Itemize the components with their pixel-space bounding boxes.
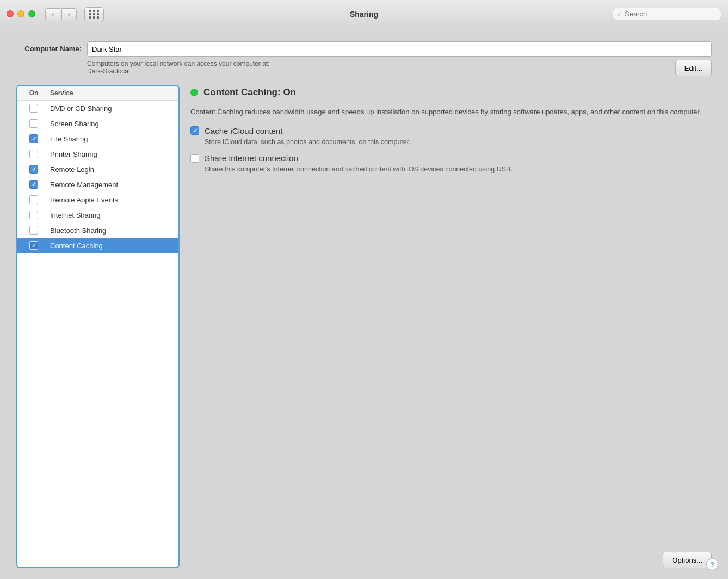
checkbox-printer-sharing[interactable]: [29, 150, 38, 158]
window-title: Sharing: [350, 10, 378, 19]
option-cache-icloud: Cache iCloud contentStore iCloud data, s…: [190, 126, 712, 147]
checkbox-content-caching[interactable]: [29, 241, 38, 250]
service-item-file-sharing[interactable]: File Sharing: [17, 131, 178, 146]
service-name-file-sharing: File Sharing: [50, 135, 178, 143]
minimize-button[interactable]: [17, 10, 24, 17]
service-name-remote-login: Remote Login: [50, 165, 178, 174]
option-title-row-cache-icloud: Cache iCloud content: [190, 126, 712, 135]
computer-name-label: Computer Name:: [16, 41, 82, 53]
service-item-internet-sharing[interactable]: Internet Sharing: [17, 207, 178, 223]
checkbox-cell-internet-sharing: [17, 211, 50, 219]
checkbox-file-sharing[interactable]: [29, 134, 38, 143]
computer-name-hint-row: Computers on your local network can acce…: [87, 60, 712, 76]
checkbox-cell-screen-sharing: [17, 119, 50, 128]
search-icon: ⌕: [618, 10, 622, 18]
status-dot-green: [190, 89, 198, 96]
checkbox-screen-sharing[interactable]: [29, 119, 38, 128]
service-name-internet-sharing: Internet Sharing: [50, 211, 178, 219]
checkbox-cell-printer-sharing: [17, 150, 50, 158]
grid-dots-icon: [89, 10, 100, 19]
service-name-remote-apple-events: Remote Apple Events: [50, 196, 178, 204]
option-desc-share-internet: Share this computer's Internet connectio…: [205, 165, 712, 175]
service-item-screen-sharing[interactable]: Screen Sharing: [17, 116, 178, 131]
bottom-section: On Service DVD or CD SharingScreen Shari…: [16, 85, 712, 568]
right-panel: Content Caching: On Content Caching redu…: [190, 85, 712, 568]
caching-title-row: Content Caching: On: [190, 87, 712, 98]
service-item-remote-login[interactable]: Remote Login: [17, 162, 178, 177]
checkbox-dvd-cd-sharing[interactable]: [29, 104, 38, 113]
col-service: Service: [50, 89, 178, 97]
service-name-dvd-cd-sharing: DVD or CD Sharing: [50, 104, 178, 113]
checkbox-remote-management[interactable]: [29, 180, 38, 189]
service-item-dvd-cd-sharing[interactable]: DVD or CD Sharing: [17, 101, 178, 116]
col-on: On: [17, 89, 50, 97]
main-content: Computer Name: Computers on your local n…: [0, 28, 728, 579]
traffic-lights: [7, 10, 35, 17]
option-label-share-internet: Share Internet connection: [205, 153, 298, 163]
search-input[interactable]: [625, 10, 717, 18]
option-title-row-share-internet: Share Internet connection: [190, 153, 712, 163]
service-item-remote-management[interactable]: Remote Management: [17, 177, 178, 192]
checkbox-cell-file-sharing: [17, 134, 50, 143]
hint-line2: Dark-Star.local: [87, 67, 664, 75]
back-button[interactable]: ‹: [45, 8, 60, 20]
computer-name-section: Computer Name: Computers on your local n…: [16, 41, 712, 76]
service-item-bluetooth-sharing[interactable]: Bluetooth Sharing: [17, 223, 178, 238]
service-items-list: DVD or CD SharingScreen SharingFile Shar…: [17, 101, 178, 567]
hint-line1: Computers on your local network can acce…: [87, 60, 664, 67]
checkbox-cell-remote-management: [17, 180, 50, 189]
options-button[interactable]: Options...: [663, 552, 712, 568]
options-button-row: Options...: [190, 552, 712, 568]
option-checkbox-cache-icloud[interactable]: [190, 126, 199, 135]
option-share-internet: Share Internet connectionShare this comp…: [190, 153, 712, 175]
service-name-remote-management: Remote Management: [50, 181, 178, 189]
checkbox-remote-apple-events[interactable]: [29, 195, 38, 204]
nav-buttons: ‹ ›: [45, 8, 77, 20]
service-name-screen-sharing: Screen Sharing: [50, 120, 178, 128]
checkbox-cell-remote-apple-events: [17, 195, 50, 204]
titlebar: ‹ › Sharing ⌕: [0, 0, 728, 28]
checkbox-cell-content-caching: [17, 241, 50, 250]
checkbox-cell-dvd-cd-sharing: [17, 104, 50, 113]
service-list-header: On Service: [17, 86, 178, 101]
service-name-content-caching: Content Caching: [50, 242, 178, 250]
computer-name-input[interactable]: [87, 41, 712, 57]
grid-button[interactable]: [84, 7, 104, 21]
checkbox-cell-bluetooth-sharing: [17, 226, 50, 235]
forward-button[interactable]: ›: [61, 8, 77, 20]
close-button[interactable]: [7, 10, 14, 17]
search-box[interactable]: ⌕: [613, 8, 721, 20]
service-item-remote-apple-events[interactable]: Remote Apple Events: [17, 192, 178, 207]
options-list: Cache iCloud contentStore iCloud data, s…: [190, 126, 712, 181]
service-name-bluetooth-sharing: Bluetooth Sharing: [50, 226, 178, 235]
checkbox-bluetooth-sharing[interactable]: [29, 226, 38, 235]
computer-name-hint: Computers on your local network can acce…: [87, 60, 664, 75]
caching-description: Content Caching reduces bandwidth usage …: [190, 107, 712, 118]
checkbox-internet-sharing[interactable]: [29, 211, 38, 219]
option-checkbox-share-internet[interactable]: [190, 154, 199, 163]
option-desc-cache-icloud: Store iCloud data, such as photos and do…: [205, 138, 712, 147]
service-name-printer-sharing: Printer Sharing: [50, 150, 178, 158]
option-label-cache-icloud: Cache iCloud content: [205, 126, 282, 135]
checkbox-cell-remote-login: [17, 165, 50, 174]
fullscreen-button[interactable]: [28, 10, 35, 17]
service-list: On Service DVD or CD SharingScreen Shari…: [16, 85, 180, 568]
service-item-printer-sharing[interactable]: Printer Sharing: [17, 146, 178, 162]
service-item-content-caching[interactable]: Content Caching: [17, 238, 178, 253]
edit-button[interactable]: Edit...: [675, 60, 712, 76]
checkbox-remote-login[interactable]: [29, 165, 38, 174]
caching-title: Content Caching: On: [203, 87, 296, 98]
help-button[interactable]: ?: [706, 558, 718, 570]
